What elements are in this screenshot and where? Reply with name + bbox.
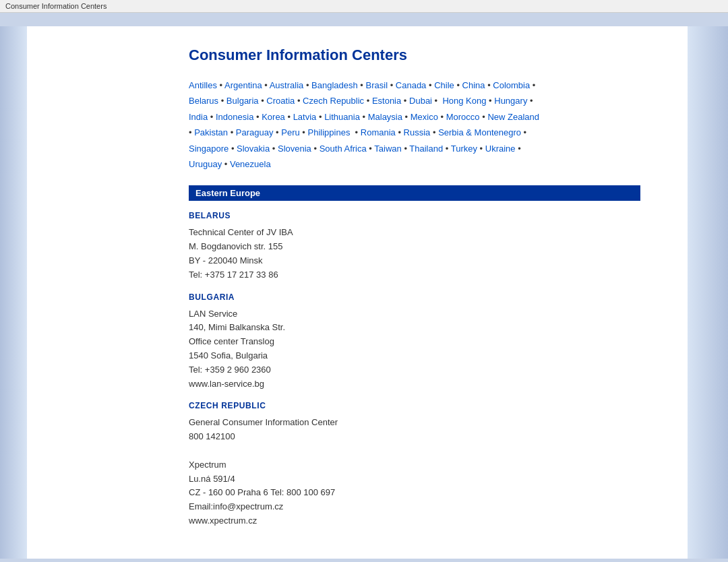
link-serbia-montenegro[interactable]: Serbia & Montenegro: [438, 127, 521, 137]
country-info-line: Tel: +359 2 960 2360: [189, 363, 640, 377]
country-block: BELARUSTechnical Center of JV IBAM. Bogd…: [189, 211, 640, 282]
link-croatia[interactable]: Croatia: [266, 96, 295, 106]
country-info-line: BY - 220040 Minsk: [189, 254, 640, 268]
link-hong-kong[interactable]: Hong Kong: [442, 96, 486, 106]
country-info-line: M. Bogdanovich str. 155: [189, 240, 640, 254]
link-colombia[interactable]: Colombia: [493, 80, 530, 90]
link-lithuania[interactable]: Lithuania: [324, 112, 360, 122]
link-mexico[interactable]: Mexico: [411, 112, 438, 122]
link-indonesia[interactable]: Indonesia: [216, 112, 253, 122]
link-turkey[interactable]: Turkey: [451, 144, 477, 154]
countries-container: BELARUSTechnical Center of JV IBAM. Bogd…: [189, 211, 640, 528]
country-info-line: Xpectrum: [189, 458, 640, 472]
country-info: LAN Service140, Mimi Balkanska Str.Offic…: [189, 307, 640, 392]
link-slovenia[interactable]: Slovenia: [278, 144, 311, 154]
country-info-line: CZ - 160 00 Praha 6 Tel: 800 100 697: [189, 486, 640, 500]
country-title: BELARUS: [189, 211, 640, 220]
country-title: BULGARIA: [189, 292, 640, 302]
link-argentina[interactable]: Argentina: [224, 80, 262, 90]
country-block: BULGARIALAN Service140, Mimi Balkanska S…: [189, 292, 640, 392]
link-new-zealand[interactable]: New Zealand: [487, 112, 539, 122]
link-malaysia[interactable]: Malaysia: [368, 112, 402, 122]
country-info-line: 1540 Sofia, Bulgaria: [189, 349, 640, 363]
country-info-line: General Consumer Information Center: [189, 416, 640, 430]
link-russia[interactable]: Russia: [404, 127, 431, 137]
country-info-line: 800 142100: [189, 430, 640, 444]
country-info: General Consumer Information Center800 1…: [189, 416, 640, 528]
country-info-line: Technical Center of JV IBA: [189, 226, 640, 240]
link-chile[interactable]: Chile: [434, 80, 454, 90]
link-china[interactable]: China: [462, 80, 485, 90]
link-bulgaria[interactable]: Bulgaria: [226, 96, 259, 106]
link-romania[interactable]: Romania: [361, 127, 396, 137]
country-info-line: www.lan-service.bg: [189, 377, 640, 392]
country-info-line: www.xpectrum.cz: [189, 514, 640, 528]
link-korea[interactable]: Korea: [262, 112, 285, 122]
links-section: Antilles • Argentina • Australia • Bangl…: [189, 77, 640, 172]
link-singapore[interactable]: Singapore: [189, 144, 229, 154]
link-brasil[interactable]: Brasil: [366, 80, 388, 90]
link-paraguay[interactable]: Paraguay: [236, 127, 274, 137]
link-morocco[interactable]: Morocco: [446, 112, 480, 122]
country-info-line: Tel: +375 17 217 33 86: [189, 268, 640, 282]
link-venezuela[interactable]: Venezuela: [230, 159, 271, 169]
country-info-line: Lu.ná 591/4: [189, 472, 640, 487]
link-taiwan[interactable]: Taiwan: [374, 144, 401, 154]
side-panel-inner-right: [667, 26, 688, 559]
link-czech-republic[interactable]: Czech Republic: [303, 96, 364, 106]
link-india[interactable]: India: [189, 112, 208, 122]
link-canada[interactable]: Canada: [396, 80, 427, 90]
link-estonia[interactable]: Estonia: [372, 96, 401, 106]
country-info-line: 140, Mimi Balkanska Str.: [189, 321, 640, 335]
country-title: CZECH REPUBLIC: [189, 401, 640, 410]
link-ukraine[interactable]: Ukraine: [485, 144, 516, 154]
side-panel-inner-left: [27, 26, 162, 559]
link-thailand[interactable]: Thailand: [409, 144, 443, 154]
section-header: Eastern Europe: [189, 185, 640, 201]
link-slovakia[interactable]: Slovakia: [237, 144, 270, 154]
link-south-africa[interactable]: South Africa: [320, 144, 367, 154]
link-pakistan[interactable]: Pakistan: [194, 127, 228, 137]
side-panel-right: [688, 26, 728, 559]
title-bar: Consumer Information Centers: [0, 0, 728, 13]
side-panel-left: [0, 26, 27, 559]
country-info-line: LAN Service: [189, 307, 640, 321]
link-bangladesh[interactable]: Bangladesh: [311, 80, 358, 90]
content-area: Consumer Information Centers Antilles • …: [162, 26, 667, 559]
link-dubai[interactable]: Dubai: [409, 96, 432, 106]
country-block: CZECH REPUBLICGeneral Consumer Informati…: [189, 401, 640, 528]
main-layout: Consumer Information Centers Antilles • …: [0, 13, 728, 562]
link-antilles[interactable]: Antilles: [189, 80, 217, 90]
title-bar-text: Consumer Information Centers: [5, 2, 107, 10]
link-philippines[interactable]: Philippines: [308, 127, 351, 137]
country-info: Technical Center of JV IBAM. Bogdanovich…: [189, 226, 640, 282]
country-info-line: Office center Translog: [189, 335, 640, 349]
link-peru[interactable]: Peru: [281, 127, 299, 137]
link-latvia[interactable]: Latvia: [293, 112, 317, 122]
link-uruguay[interactable]: Uruguay: [189, 159, 222, 169]
link-hungary[interactable]: Hungary: [494, 96, 527, 106]
country-info-line: Email:info@xpectrum.cz: [189, 500, 640, 514]
link-australia[interactable]: Australia: [270, 80, 304, 90]
page-title: Consumer Information Centers: [189, 46, 640, 64]
link-belarus[interactable]: Belarus: [189, 96, 218, 106]
